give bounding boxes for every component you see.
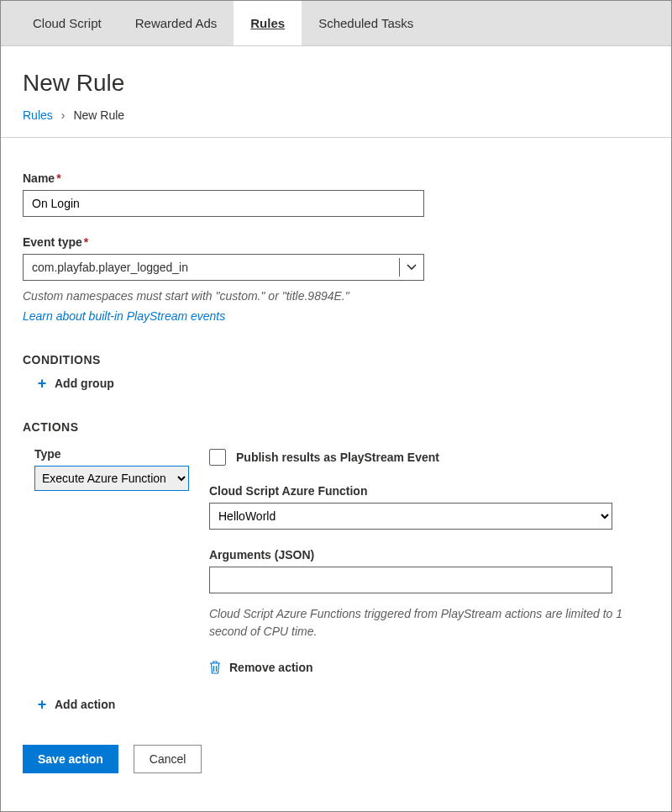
learn-playstream-link[interactable]: Learn about built-in PlayStream events <box>23 309 649 323</box>
name-input[interactable] <box>23 190 424 217</box>
required-indicator: * <box>84 235 88 249</box>
trash-icon <box>209 661 221 674</box>
plus-icon: + <box>36 699 48 710</box>
azure-function-label: Cloud Script Azure Function <box>209 484 656 498</box>
name-label: Name* <box>23 171 649 185</box>
tab-scheduled-tasks[interactable]: Scheduled Tasks <box>302 1 430 45</box>
add-action-button[interactable]: + Add action <box>36 698 649 711</box>
publish-results-checkbox[interactable] <box>209 449 226 466</box>
add-action-label: Add action <box>55 698 115 711</box>
page-title: New Rule <box>23 70 649 97</box>
event-type-value: com.playfab.player_logged_in <box>32 261 399 274</box>
cpu-time-note: Cloud Script Azure Functions triggered f… <box>209 605 656 641</box>
required-indicator: * <box>56 171 60 185</box>
action-type-label: Type <box>34 447 189 461</box>
azure-function-select[interactable]: HelloWorld <box>209 503 612 530</box>
event-type-combobox[interactable]: com.playfab.player_logged_in <box>23 254 424 281</box>
event-type-label: Event type* <box>23 235 649 249</box>
conditions-header: CONDITIONS <box>23 353 649 366</box>
remove-action-label: Remove action <box>229 661 313 674</box>
save-action-button[interactable]: Save action <box>23 745 118 773</box>
breadcrumb: Rules › New Rule <box>23 108 649 122</box>
arguments-input[interactable] <box>209 567 612 593</box>
cancel-button[interactable]: Cancel <box>134 745 202 773</box>
add-group-button[interactable]: + Add group <box>36 377 649 390</box>
arguments-label: Arguments (JSON) <box>209 548 656 562</box>
tab-cloud-script[interactable]: Cloud Script <box>1 1 118 45</box>
tabbar: Cloud Script Rewarded Ads Rules Schedule… <box>1 1 671 46</box>
chevron-right-icon: › <box>61 108 66 122</box>
breadcrumb-rules-link[interactable]: Rules <box>23 108 53 122</box>
chevron-down-icon <box>407 262 417 272</box>
publish-results-label: Publish results as PlayStream Event <box>236 451 439 464</box>
remove-action-button[interactable]: Remove action <box>209 661 656 674</box>
tab-rewarded-ads[interactable]: Rewarded Ads <box>118 1 234 45</box>
divider <box>1 137 671 138</box>
actions-header: ACTIONS <box>23 420 649 434</box>
plus-icon: + <box>36 377 48 389</box>
action-type-select[interactable]: Execute Azure Function <box>34 466 189 491</box>
tab-rules[interactable]: Rules <box>234 1 302 45</box>
add-group-label: Add group <box>55 377 114 390</box>
breadcrumb-current: New Rule <box>73 108 124 122</box>
combo-divider <box>399 258 400 277</box>
namespace-hint: Custom namespaces must start with "custo… <box>23 289 649 303</box>
